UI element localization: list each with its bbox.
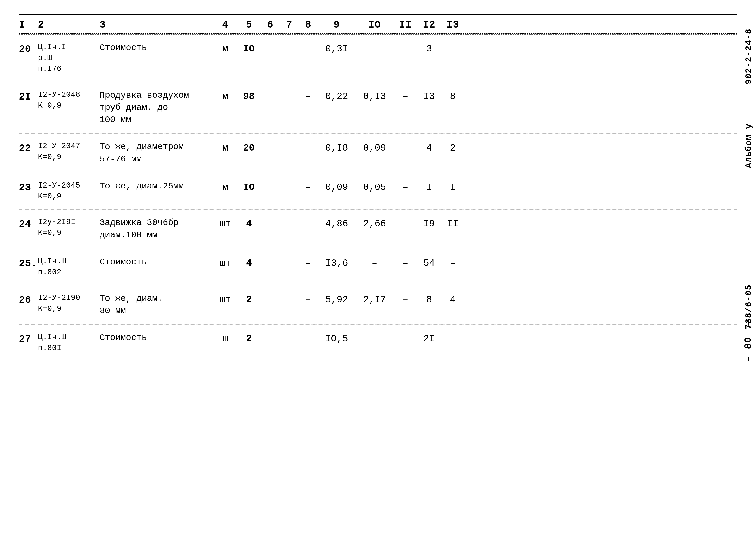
page-container: I 2 3 4 5 6 7 8 9 IO II I2 I3 20 Ц.Iч.Iр…: [0, 0, 756, 560]
row-col5: 4: [237, 217, 261, 229]
row-col5: IO: [237, 42, 261, 54]
vert-label-80: 80: [743, 337, 754, 349]
row-desc: Стоимость: [100, 42, 213, 54]
row-code: Ц.Iч.Шп.80I: [38, 332, 100, 354]
row-col12: I: [417, 180, 441, 193]
row-col9: IO,5: [318, 332, 355, 344]
table-row: 25. Ц.Iч.Шп.802 Стоимость шт 4 – I3,6 – …: [19, 249, 737, 285]
row-col13: –: [441, 42, 465, 54]
header-col-6: 6: [261, 19, 280, 31]
row-col13: –: [441, 256, 465, 268]
table-row: 24 I2у-2I9IK=0,9 Задвижка 30ч6брдиам.100…: [19, 209, 737, 249]
row-col8: –: [299, 42, 318, 54]
row-col9: 4,86: [318, 217, 355, 229]
row-code: I2-У-2048K=0,9: [38, 89, 100, 111]
table-row: 23 I2-У-2045K=0,9 То же, диам.25мм м IO …: [19, 173, 737, 209]
row-col9: 0,3I: [318, 42, 355, 54]
row-num: 23: [19, 180, 38, 194]
row-desc: Продувка воздухомтруб диам. до100 мм: [100, 89, 213, 126]
header-col-4: 4: [213, 19, 237, 31]
row-code: I2у-2I9IK=0,9: [38, 217, 100, 239]
row-col5: 98: [237, 89, 261, 102]
row-col12: 4: [417, 141, 441, 154]
row-desc: Задвижка 30ч6брдиам.100 мм: [100, 217, 213, 241]
row-col6: [261, 89, 280, 91]
header-col-11: II: [393, 19, 417, 31]
row-col13: 8: [441, 89, 465, 102]
row-col7: [280, 42, 299, 44]
row-col13: 2: [441, 141, 465, 154]
row-num: 27: [19, 332, 38, 345]
row-col4: шт: [213, 217, 237, 229]
vert-label-902: 902-2-24-8: [744, 28, 754, 84]
row-code: Ц.Iч.Шп.802: [38, 256, 100, 278]
row-col6: [261, 42, 280, 44]
row-col8: –: [299, 141, 318, 154]
row-col11: –: [393, 217, 417, 229]
row-col8: –: [299, 217, 318, 229]
row-col10: –: [355, 256, 393, 268]
row-col13: II: [441, 217, 465, 229]
row-num: 20: [19, 42, 38, 55]
row-col4: м: [213, 89, 237, 102]
row-col10: –: [355, 332, 393, 344]
row-col10: 0,05: [355, 180, 393, 193]
row-col4: м: [213, 141, 237, 154]
table-wrapper: I 2 3 4 5 6 7 8 9 IO II I2 I3 20 Ц.Iч.Iр…: [19, 14, 737, 361]
row-code: I2-У-2045K=0,9: [38, 180, 100, 202]
row-col12: 3: [417, 42, 441, 54]
row-col11: –: [393, 89, 417, 102]
row-col4: м: [213, 42, 237, 54]
row-col7: [280, 256, 299, 258]
row-col13: 4: [441, 293, 465, 305]
table-row: 2I I2-У-2048K=0,9 Продувка воздухомтруб …: [19, 82, 737, 134]
row-col8: –: [299, 332, 318, 344]
header-col-10: IO: [355, 19, 393, 31]
row-col12: 2I: [417, 332, 441, 344]
header-col-12: I2: [417, 19, 441, 31]
row-col7: [280, 141, 299, 143]
row-num: 22: [19, 141, 38, 154]
row-code: Ц.Iч.Iр.Шп.I76: [38, 42, 100, 75]
row-col13: –: [441, 332, 465, 344]
row-col4: ш: [213, 332, 237, 344]
table-row: 20 Ц.Iч.Iр.Шп.I76 Стоимость м IO – 0,3I …: [19, 34, 737, 82]
row-desc: Стоимость: [100, 332, 213, 344]
header-col-3: 3: [100, 19, 213, 31]
row-col10: 0,I3: [355, 89, 393, 102]
vert-label-738: 738/6-05: [744, 284, 754, 329]
row-col12: I3: [417, 89, 441, 102]
row-desc: Стоимость: [100, 256, 213, 268]
row-col8: –: [299, 89, 318, 102]
row-desc: То же, диам.80 мм: [100, 293, 213, 317]
header-col-1: I: [19, 19, 38, 31]
row-col9: I3,6: [318, 256, 355, 268]
row-col7: [280, 332, 299, 334]
row-col12: 8: [417, 293, 441, 305]
row-col10: 2,I7: [355, 293, 393, 305]
header-col-8: 8: [299, 19, 318, 31]
row-col7: [280, 180, 299, 182]
row-num: 24: [19, 217, 38, 230]
row-code: I2-У-2047K=0,9: [38, 141, 100, 163]
row-col8: –: [299, 180, 318, 193]
row-col6: [261, 180, 280, 182]
row-col9: 5,92: [318, 293, 355, 305]
row-col11: –: [393, 293, 417, 305]
header-row: I 2 3 4 5 6 7 8 9 IO II I2 I3: [19, 14, 737, 34]
table-row: 22 I2-У-2047K=0,9 То же, диаметром57-76 …: [19, 134, 737, 173]
row-col9: 0,I8: [318, 141, 355, 154]
row-col12: 54: [417, 256, 441, 268]
row-desc: То же, диаметром57-76 мм: [100, 141, 213, 165]
row-col4: м: [213, 180, 237, 193]
row-col8: –: [299, 256, 318, 268]
row-col10: 0,09: [355, 141, 393, 154]
row-desc: То же, диам.25мм: [100, 180, 213, 193]
row-col11: –: [393, 42, 417, 54]
row-col4: шт: [213, 256, 237, 268]
row-col6: [261, 256, 280, 258]
row-col5: IO: [237, 180, 261, 193]
row-num: 26: [19, 293, 38, 306]
row-col5: 4: [237, 256, 261, 268]
row-col7: [280, 217, 299, 219]
